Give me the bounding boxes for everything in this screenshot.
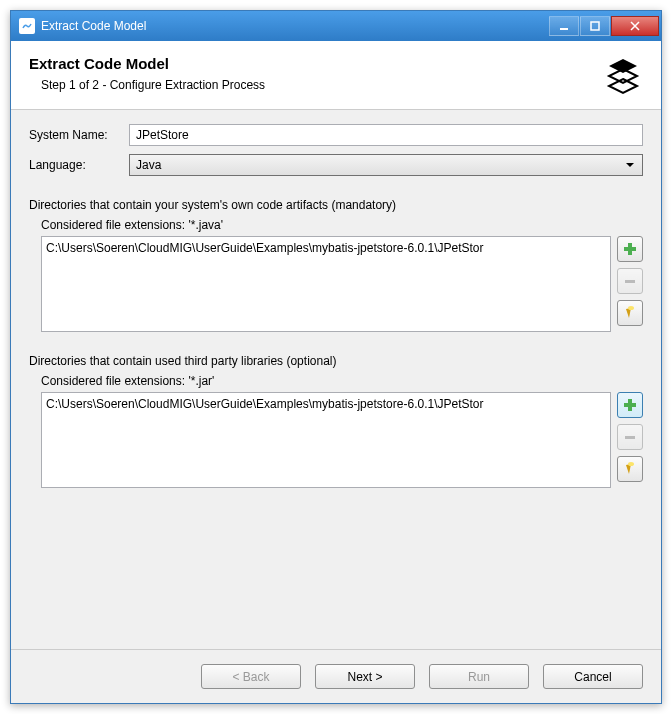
- own-code-section: Directories that contain your system's o…: [29, 198, 643, 332]
- third-party-section: Directories that contain used third part…: [29, 354, 643, 488]
- add-button[interactable]: [617, 392, 643, 418]
- app-icon: [19, 18, 35, 34]
- remove-button: [617, 268, 643, 294]
- minimize-button[interactable]: [549, 16, 579, 36]
- layers-icon: [603, 55, 643, 95]
- svg-point-5: [628, 306, 634, 310]
- svg-point-9: [628, 462, 634, 466]
- third-party-listbox[interactable]: C:\Users\Soeren\CloudMIG\UserGuide\Examp…: [41, 392, 611, 488]
- page-subtitle: Step 1 of 2 - Configure Extraction Proce…: [29, 78, 265, 92]
- remove-button: [617, 424, 643, 450]
- svg-rect-8: [625, 436, 635, 439]
- svg-rect-0: [560, 28, 568, 30]
- run-button: Run: [429, 664, 529, 689]
- language-select[interactable]: Java: [129, 154, 643, 176]
- maximize-button[interactable]: [580, 16, 610, 36]
- list-item[interactable]: C:\Users\Soeren\CloudMIG\UserGuide\Examp…: [46, 239, 606, 257]
- system-name-label: System Name:: [29, 128, 129, 142]
- add-button[interactable]: [617, 236, 643, 262]
- language-value: Java: [136, 158, 161, 172]
- wizard-content: System Name: Language: Java Directories …: [11, 110, 661, 649]
- wizard-footer: < Back Next > Run Cancel: [11, 649, 661, 703]
- close-button[interactable]: [611, 16, 659, 36]
- svg-rect-1: [591, 22, 599, 30]
- own-code-desc: Directories that contain your system's o…: [29, 198, 643, 212]
- window-controls: [549, 16, 659, 36]
- own-code-listbox[interactable]: C:\Users\Soeren\CloudMIG\UserGuide\Examp…: [41, 236, 611, 332]
- svg-rect-7: [624, 403, 636, 407]
- browse-button[interactable]: [617, 456, 643, 482]
- language-label: Language:: [29, 158, 129, 172]
- svg-rect-3: [624, 247, 636, 251]
- titlebar: Extract Code Model: [11, 11, 661, 41]
- third-party-desc: Directories that contain used third part…: [29, 354, 643, 368]
- titlebar-text: Extract Code Model: [41, 19, 549, 33]
- list-item[interactable]: C:\Users\Soeren\CloudMIG\UserGuide\Examp…: [46, 395, 606, 413]
- cancel-button[interactable]: Cancel: [543, 664, 643, 689]
- own-code-ext-label: Considered file extensions: '*.java': [41, 218, 643, 232]
- svg-rect-4: [625, 280, 635, 283]
- wizard-header: Extract Code Model Step 1 of 2 - Configu…: [11, 41, 661, 110]
- own-code-buttons: [617, 236, 643, 332]
- third-party-ext-label: Considered file extensions: '*.jar': [41, 374, 643, 388]
- browse-button[interactable]: [617, 300, 643, 326]
- dialog-window: Extract Code Model Extract Code Model St…: [10, 10, 662, 704]
- back-button: < Back: [201, 664, 301, 689]
- third-party-buttons: [617, 392, 643, 488]
- system-name-input[interactable]: [129, 124, 643, 146]
- next-button[interactable]: Next >: [315, 664, 415, 689]
- page-title: Extract Code Model: [29, 55, 265, 72]
